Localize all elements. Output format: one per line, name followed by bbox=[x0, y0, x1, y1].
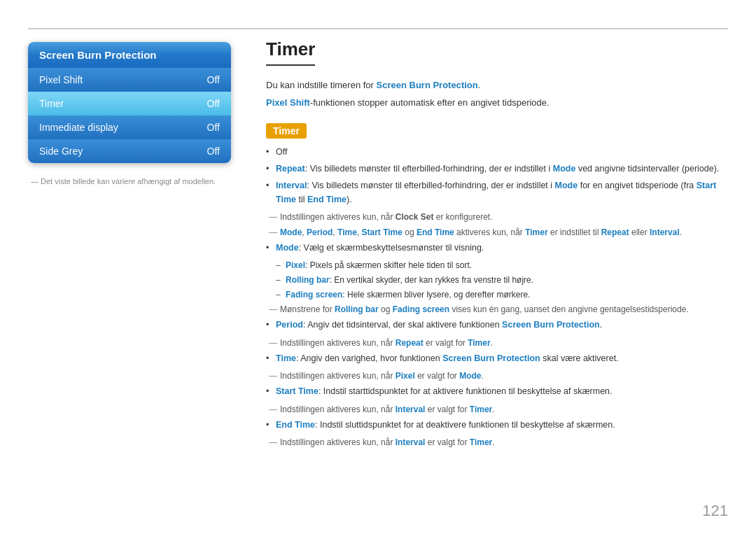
end-time-bullet-list: End Time: Indstil sluttidspunktet for at… bbox=[266, 419, 721, 432]
top-rule bbox=[28, 28, 728, 29]
repeat-kw: Repeat bbox=[276, 164, 305, 174]
clock-set-kw: Clock Set bbox=[396, 212, 434, 222]
right-content: Timer Du kan indstille timeren for Scree… bbox=[266, 38, 721, 499]
pixel-kw: Pixel bbox=[286, 260, 305, 270]
sub-note-rolling-fading: Mønstrene for Rolling bar og Fading scre… bbox=[266, 303, 721, 316]
sub-note-clock: Indstillingen aktiveres kun, når Clock S… bbox=[266, 211, 721, 223]
mode-kw-2: Mode bbox=[555, 181, 578, 190]
start-time-bullet-list: Start Time: Indstil starttidspunktet for… bbox=[266, 385, 721, 398]
screen-burn-link-1: Screen Burn Protection bbox=[377, 80, 478, 90]
timer-kw-1: Timer bbox=[525, 227, 547, 237]
fading-screen-kw: Fading screen bbox=[286, 290, 342, 300]
sub-note-time: Indstillingen aktiveres kun, når Pixel e… bbox=[266, 370, 721, 382]
menu-title: Screen Burn Protection bbox=[28, 42, 231, 68]
menu-item-pixel-shift[interactable]: Pixel Shift Off bbox=[28, 68, 231, 92]
bullet-time: Time: Angiv den varighed, hvor funktione… bbox=[266, 352, 721, 365]
time-kw-2: Time bbox=[276, 353, 296, 363]
pixel-shift-value: Off bbox=[207, 74, 220, 85]
start-time-kw-2: Start Time bbox=[362, 227, 402, 237]
bullet-interval: Interval: Vis billedets mønster til efte… bbox=[266, 179, 721, 206]
bullet-end-time: End Time: Indstil sluttidspunktet for at… bbox=[266, 419, 721, 432]
menu-item-immediate[interactable]: Immediate display Off bbox=[28, 115, 231, 139]
intro-line-2: Pixel Shift-funktionen stopper automatis… bbox=[266, 96, 721, 111]
mode-kw-4: Mode bbox=[276, 243, 299, 253]
timer-value: Off bbox=[207, 98, 220, 109]
start-time-kw-3: Start Time bbox=[276, 386, 318, 396]
side-grey-label: Side Grey bbox=[39, 146, 83, 157]
bullet-period: Period: Angiv det tidsinterval, der skal… bbox=[266, 318, 721, 332]
interval-kw-4: Interval bbox=[396, 437, 426, 447]
repeat-kw-2: Repeat bbox=[601, 227, 629, 237]
timer-kw-3: Timer bbox=[470, 405, 492, 414]
pixel-kw-2: Pixel bbox=[396, 371, 415, 381]
sub-note-mode-period: Mode, Period, Time, Start Time og End Ti… bbox=[266, 226, 721, 239]
bullet-mode: Mode: Vælg et skærmbeskyttelsesmønster t… bbox=[266, 241, 721, 255]
left-panel: Screen Burn Protection Pixel Shift Off T… bbox=[28, 42, 231, 185]
sub-note-period: Indstillingen aktiveres kun, når Repeat … bbox=[266, 337, 721, 349]
interval-kw-2: Interval bbox=[650, 227, 680, 237]
mode-kw-5: Mode bbox=[459, 371, 481, 381]
period-kw: Period bbox=[307, 227, 332, 237]
bullet-start-time: Start Time: Indstil starttidspunktet for… bbox=[266, 385, 721, 398]
end-time-kw-1: End Time bbox=[307, 195, 346, 204]
menu-box: Screen Burn Protection Pixel Shift Off T… bbox=[28, 42, 231, 163]
section-heading: Timer bbox=[266, 123, 307, 139]
period-bullet-list: Period: Angiv det tidsinterval, der skal… bbox=[266, 318, 721, 332]
interval-kw: Interval bbox=[276, 181, 307, 190]
immediate-value: Off bbox=[207, 122, 220, 133]
timer-kw-4: Timer bbox=[470, 437, 492, 447]
sub-bullet-rolling: Rolling bar: En vertikal skyder, der kan… bbox=[266, 274, 721, 286]
mode-kw-3: Mode bbox=[280, 227, 302, 237]
pixel-shift-label: Pixel Shift bbox=[39, 74, 83, 85]
main-bullet-list: Off Repeat: Vis billedets mønster til ef… bbox=[266, 146, 721, 207]
sub-bullet-fading: Fading screen: Hele skærmen bliver lyser… bbox=[266, 288, 721, 301]
sub-bullet-pixel: Pixel: Pixels på skærmen skifter hele ti… bbox=[266, 259, 721, 272]
repeat-kw-3: Repeat bbox=[396, 338, 424, 348]
menu-item-timer[interactable]: Timer Off bbox=[28, 92, 231, 115]
bullet-off: Off bbox=[266, 146, 721, 159]
sbp-kw-2: Screen Burn Protection bbox=[502, 320, 600, 330]
sub-note-end-time: Indstillingen aktiveres kun, når Interva… bbox=[266, 436, 721, 449]
menu-item-side-grey[interactable]: Side Grey Off bbox=[28, 139, 231, 163]
rolling-bar-kw-2: Rolling bar bbox=[335, 304, 379, 314]
time-bullet-list: Time: Angiv den varighed, hvor funktione… bbox=[266, 352, 721, 365]
fading-screen-kw-2: Fading screen bbox=[393, 304, 449, 314]
page-number: 121 bbox=[702, 502, 728, 520]
immediate-label: Immediate display bbox=[39, 122, 118, 133]
timer-label: Timer bbox=[39, 98, 64, 109]
side-grey-value: Off bbox=[207, 146, 220, 157]
panel-note: Det viste billede kan variere afhængigt … bbox=[28, 177, 231, 185]
end-time-kw-2: End Time bbox=[416, 227, 454, 237]
bullet-repeat: Repeat: Vis billedets mønster til efterb… bbox=[266, 162, 721, 176]
pixel-shift-link: Pixel Shift bbox=[266, 97, 310, 108]
interval-kw-3: Interval bbox=[396, 405, 426, 414]
rolling-bar-kw: Rolling bar bbox=[286, 275, 330, 285]
mode-bullet-list: Mode: Vælg et skærmbeskyttelsesmønster t… bbox=[266, 241, 721, 255]
page-title: Timer bbox=[266, 38, 315, 66]
sub-note-start-time: Indstillingen aktiveres kun, når Interva… bbox=[266, 403, 721, 416]
sbp-kw-3: Screen Burn Protection bbox=[442, 353, 540, 363]
timer-kw-2: Timer bbox=[468, 338, 490, 348]
mode-kw-1: Mode bbox=[553, 164, 576, 174]
time-kw: Time bbox=[337, 227, 357, 237]
end-time-kw-3: End Time bbox=[276, 420, 315, 430]
intro-line-1: Du kan indstille timeren for Screen Burn… bbox=[266, 78, 721, 93]
period-kw-2: Period bbox=[276, 320, 303, 330]
